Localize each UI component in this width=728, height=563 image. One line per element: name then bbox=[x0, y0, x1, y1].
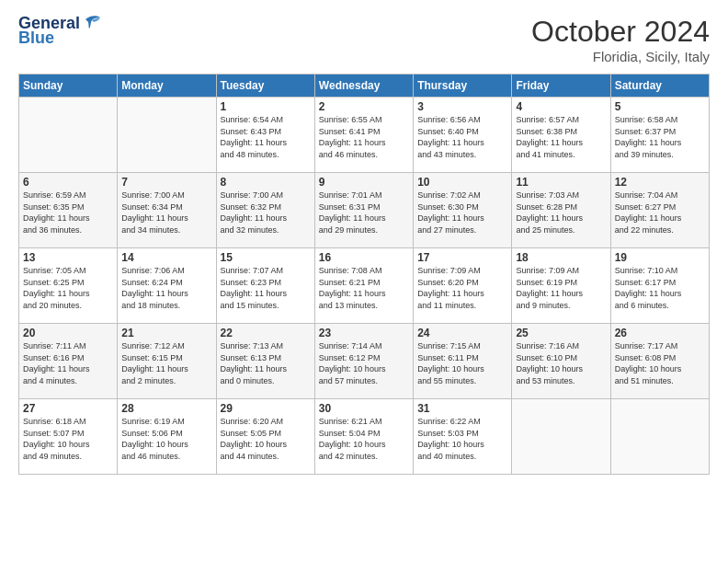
logo-bird-icon bbox=[82, 12, 102, 32]
day-info: Sunrise: 6:56 AM Sunset: 6:40 PM Dayligh… bbox=[417, 114, 507, 160]
day-number: 18 bbox=[516, 251, 606, 264]
table-row: 12Sunrise: 7:04 AM Sunset: 6:27 PM Dayli… bbox=[610, 173, 709, 248]
header-thursday: Thursday bbox=[414, 75, 512, 98]
table-row: 16Sunrise: 7:08 AM Sunset: 6:21 PM Dayli… bbox=[314, 248, 413, 324]
calendar-table: Sunday Monday Tuesday Wednesday Thursday… bbox=[18, 74, 710, 475]
day-info: Sunrise: 6:57 AM Sunset: 6:38 PM Dayligh… bbox=[516, 114, 606, 160]
day-info: Sunrise: 7:17 AM Sunset: 6:08 PM Dayligh… bbox=[615, 340, 705, 386]
table-row: 2Sunrise: 6:55 AM Sunset: 6:41 PM Daylig… bbox=[314, 98, 413, 173]
table-row bbox=[118, 98, 216, 173]
day-info: Sunrise: 7:09 AM Sunset: 6:19 PM Dayligh… bbox=[516, 265, 606, 311]
day-info: Sunrise: 7:06 AM Sunset: 6:24 PM Dayligh… bbox=[121, 265, 211, 311]
header-monday: Monday bbox=[118, 75, 216, 98]
day-number: 3 bbox=[417, 100, 507, 113]
day-number: 2 bbox=[319, 100, 409, 113]
day-info: Sunrise: 6:20 AM Sunset: 5:05 PM Dayligh… bbox=[221, 416, 311, 462]
table-row: 11Sunrise: 7:03 AM Sunset: 6:28 PM Dayli… bbox=[512, 173, 610, 248]
day-info: Sunrise: 7:11 AM Sunset: 6:16 PM Dayligh… bbox=[23, 340, 113, 386]
table-row: 5Sunrise: 6:58 AM Sunset: 6:37 PM Daylig… bbox=[610, 98, 709, 173]
location: Floridia, Sicily, Italy bbox=[531, 49, 710, 64]
table-row: 24Sunrise: 7:15 AM Sunset: 6:11 PM Dayli… bbox=[414, 324, 512, 399]
header-wednesday: Wednesday bbox=[314, 75, 413, 98]
day-number: 11 bbox=[516, 176, 606, 189]
day-info: Sunrise: 7:13 AM Sunset: 6:13 PM Dayligh… bbox=[221, 340, 311, 386]
table-row: 10Sunrise: 7:02 AM Sunset: 6:30 PM Dayli… bbox=[414, 173, 512, 248]
table-row: 30Sunrise: 6:21 AM Sunset: 5:04 PM Dayli… bbox=[314, 399, 413, 475]
calendar-week-row: 1Sunrise: 6:54 AM Sunset: 6:43 PM Daylig… bbox=[19, 98, 710, 173]
header-saturday: Saturday bbox=[610, 75, 709, 98]
day-number: 25 bbox=[516, 327, 606, 339]
day-info: Sunrise: 7:09 AM Sunset: 6:20 PM Dayligh… bbox=[417, 265, 507, 311]
day-info: Sunrise: 6:18 AM Sunset: 5:07 PM Dayligh… bbox=[23, 416, 113, 462]
day-info: Sunrise: 6:54 AM Sunset: 6:43 PM Dayligh… bbox=[221, 114, 311, 160]
table-row: 9Sunrise: 7:01 AM Sunset: 6:31 PM Daylig… bbox=[314, 173, 413, 248]
day-number: 4 bbox=[516, 100, 606, 113]
day-number: 10 bbox=[417, 176, 507, 189]
header-sunday: Sunday bbox=[19, 75, 118, 98]
day-info: Sunrise: 6:22 AM Sunset: 5:03 PM Dayligh… bbox=[417, 416, 507, 462]
day-number: 20 bbox=[23, 327, 113, 339]
table-row: 15Sunrise: 7:07 AM Sunset: 6:23 PM Dayli… bbox=[216, 248, 314, 324]
day-info: Sunrise: 6:21 AM Sunset: 5:04 PM Dayligh… bbox=[319, 416, 409, 462]
table-row: 29Sunrise: 6:20 AM Sunset: 5:05 PM Dayli… bbox=[216, 399, 314, 475]
day-number: 6 bbox=[23, 176, 113, 189]
day-info: Sunrise: 7:00 AM Sunset: 6:32 PM Dayligh… bbox=[221, 190, 311, 236]
day-number: 13 bbox=[23, 251, 113, 264]
day-number: 26 bbox=[615, 327, 705, 339]
table-row: 26Sunrise: 7:17 AM Sunset: 6:08 PM Dayli… bbox=[610, 324, 709, 399]
day-info: Sunrise: 7:02 AM Sunset: 6:30 PM Dayligh… bbox=[417, 190, 507, 236]
calendar-week-row: 27Sunrise: 6:18 AM Sunset: 5:07 PM Dayli… bbox=[19, 399, 710, 475]
calendar-week-row: 20Sunrise: 7:11 AM Sunset: 6:16 PM Dayli… bbox=[19, 324, 710, 399]
table-row: 20Sunrise: 7:11 AM Sunset: 6:16 PM Dayli… bbox=[19, 324, 118, 399]
table-row bbox=[19, 98, 118, 173]
table-row: 1Sunrise: 6:54 AM Sunset: 6:43 PM Daylig… bbox=[216, 98, 314, 173]
day-info: Sunrise: 7:15 AM Sunset: 6:11 PM Dayligh… bbox=[417, 340, 507, 386]
page-container: General Blue October 2024 Floridia, Sici… bbox=[0, 0, 728, 563]
table-row: 23Sunrise: 7:14 AM Sunset: 6:12 PM Dayli… bbox=[314, 324, 413, 399]
table-row: 7Sunrise: 7:00 AM Sunset: 6:34 PM Daylig… bbox=[118, 173, 216, 248]
table-row: 3Sunrise: 6:56 AM Sunset: 6:40 PM Daylig… bbox=[414, 98, 512, 173]
day-info: Sunrise: 7:12 AM Sunset: 6:15 PM Dayligh… bbox=[121, 340, 211, 386]
table-row: 18Sunrise: 7:09 AM Sunset: 6:19 PM Dayli… bbox=[512, 248, 610, 324]
calendar-week-row: 6Sunrise: 6:59 AM Sunset: 6:35 PM Daylig… bbox=[19, 173, 710, 248]
table-row: 4Sunrise: 6:57 AM Sunset: 6:38 PM Daylig… bbox=[512, 98, 610, 173]
header-tuesday: Tuesday bbox=[216, 75, 314, 98]
day-info: Sunrise: 7:01 AM Sunset: 6:31 PM Dayligh… bbox=[319, 190, 409, 236]
day-number: 14 bbox=[121, 251, 211, 264]
table-row: 27Sunrise: 6:18 AM Sunset: 5:07 PM Dayli… bbox=[19, 399, 118, 475]
table-row bbox=[512, 399, 610, 475]
day-info: Sunrise: 7:07 AM Sunset: 6:23 PM Dayligh… bbox=[221, 265, 311, 311]
table-row: 13Sunrise: 7:05 AM Sunset: 6:25 PM Dayli… bbox=[19, 248, 118, 324]
day-info: Sunrise: 6:55 AM Sunset: 6:41 PM Dayligh… bbox=[319, 114, 409, 160]
table-row bbox=[610, 399, 709, 475]
day-number: 12 bbox=[615, 176, 705, 189]
day-number: 19 bbox=[615, 251, 705, 264]
day-info: Sunrise: 7:10 AM Sunset: 6:17 PM Dayligh… bbox=[615, 265, 705, 311]
day-number: 7 bbox=[121, 176, 211, 189]
table-row: 22Sunrise: 7:13 AM Sunset: 6:13 PM Dayli… bbox=[216, 324, 314, 399]
header: General Blue October 2024 Floridia, Sici… bbox=[18, 15, 710, 64]
month-title: October 2024 bbox=[531, 15, 710, 49]
day-number: 28 bbox=[121, 402, 211, 415]
day-number: 21 bbox=[121, 327, 211, 339]
day-number: 17 bbox=[417, 251, 507, 264]
header-friday: Friday bbox=[512, 75, 610, 98]
day-number: 8 bbox=[221, 176, 311, 189]
table-row: 17Sunrise: 7:09 AM Sunset: 6:20 PM Dayli… bbox=[414, 248, 512, 324]
day-info: Sunrise: 7:00 AM Sunset: 6:34 PM Dayligh… bbox=[121, 190, 211, 236]
table-row: 25Sunrise: 7:16 AM Sunset: 6:10 PM Dayli… bbox=[512, 324, 610, 399]
day-info: Sunrise: 7:03 AM Sunset: 6:28 PM Dayligh… bbox=[516, 190, 606, 236]
title-section: October 2024 Floridia, Sicily, Italy bbox=[531, 15, 710, 64]
day-number: 22 bbox=[221, 327, 311, 339]
day-info: Sunrise: 7:16 AM Sunset: 6:10 PM Dayligh… bbox=[516, 340, 606, 386]
day-number: 1 bbox=[221, 100, 311, 113]
table-row: 14Sunrise: 7:06 AM Sunset: 6:24 PM Dayli… bbox=[118, 248, 216, 324]
day-info: Sunrise: 7:08 AM Sunset: 6:21 PM Dayligh… bbox=[319, 265, 409, 311]
day-number: 15 bbox=[221, 251, 311, 264]
day-info: Sunrise: 6:58 AM Sunset: 6:37 PM Dayligh… bbox=[615, 114, 705, 160]
table-row: 19Sunrise: 7:10 AM Sunset: 6:17 PM Dayli… bbox=[610, 248, 709, 324]
day-number: 16 bbox=[319, 251, 409, 264]
table-row: 6Sunrise: 6:59 AM Sunset: 6:35 PM Daylig… bbox=[19, 173, 118, 248]
table-row: 8Sunrise: 7:00 AM Sunset: 6:32 PM Daylig… bbox=[216, 173, 314, 248]
day-info: Sunrise: 6:59 AM Sunset: 6:35 PM Dayligh… bbox=[23, 190, 113, 236]
